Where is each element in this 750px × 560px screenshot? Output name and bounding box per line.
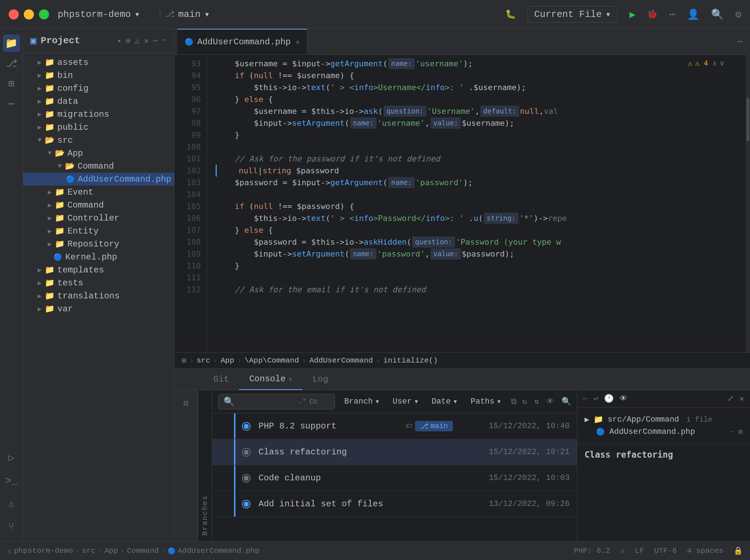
sidebar-item-templates[interactable]: ▶ 📁 templates [23, 263, 174, 276]
code-editor[interactable]: 93 94 95 96 97 98 99 100 101 102 103 104… [175, 55, 750, 352]
filter-paths[interactable]: Paths ▾ [467, 395, 505, 408]
activity-git[interactable]: ⎇ [3, 55, 20, 72]
activity-git-bottom[interactable]: ⑂ [3, 518, 20, 535]
sidebar-item-data[interactable]: ▶ 📁 data [23, 95, 174, 108]
sidebar-item-var[interactable]: ▶ 📁 var [23, 302, 174, 315]
sidebar-item-entity[interactable]: ▶ 📁 Entity [23, 225, 174, 237]
sidebar-item-kernel[interactable]: 🔵 Kernel.php [23, 250, 174, 263]
panel-tab-log[interactable]: Log [303, 369, 338, 390]
fetch-icon[interactable]: ⇅ [534, 397, 539, 406]
breadcrumb-app[interactable]: App [221, 356, 234, 365]
current-file-button[interactable]: Current File ▾ [528, 6, 618, 23]
sidebar-item-command2[interactable]: ▶ 📁 Command [23, 199, 174, 212]
search-icon[interactable]: 🔍 [711, 8, 724, 21]
code-line-95: $this->io->text(' > <info>Username</info… [216, 81, 746, 93]
debug-run-icon[interactable]: 🐞 [647, 9, 658, 19]
sidebar-item-repository[interactable]: ▶ 📁 Repository [23, 237, 174, 250]
more-icon[interactable]: ⋯ [669, 8, 675, 21]
debug-icon[interactable]: 🐛 [505, 9, 516, 19]
chevron-right-icon: ▶ [36, 98, 43, 105]
commit-row[interactable]: Code cleanup 15/12/2022, 10:03 [212, 465, 577, 491]
filter-user[interactable]: User ▾ [389, 395, 422, 408]
commit-row[interactable]: PHP 8.2 support 🏷 ⎇ main 15/12/2022, 10:… [212, 413, 577, 439]
panel-left: ⊟ Branches [175, 390, 212, 541]
minimize-panel-icon[interactable]: − [162, 36, 167, 46]
close-icon[interactable]: ✕ [740, 394, 744, 404]
account-icon[interactable]: 👤 [687, 8, 700, 21]
refresh-icon[interactable]: ↻ [522, 397, 527, 406]
activity-run[interactable]: ▷ [3, 449, 20, 466]
statusbar-language[interactable]: PHP: 8.2 [574, 546, 610, 555]
minimize-button[interactable] [24, 9, 34, 19]
search-input[interactable] [237, 397, 295, 406]
breadcrumb-src[interactable]: src [197, 356, 210, 365]
activity-terminal[interactable]: >_ [3, 472, 20, 489]
statusbar-indent[interactable]: 4 spaces [687, 546, 723, 555]
run-icon[interactable]: ▶ [629, 8, 635, 21]
find-icon[interactable]: 🔍 [561, 397, 571, 406]
branch-selector[interactable]: ⎇ main ▾ [166, 9, 210, 20]
panel-tab-console[interactable]: Console ✕ [239, 369, 303, 390]
filter-branch[interactable]: Branch ▾ [341, 395, 383, 408]
console-close-icon[interactable]: ✕ [288, 375, 292, 383]
history-icon[interactable]: 🕐 [604, 394, 614, 404]
statusbar-encoding[interactable]: UTF-8 [654, 546, 677, 555]
sidebar-item-public[interactable]: ▶ 📁 public [23, 121, 174, 134]
code-line-97: $username = $this->io->ask( question: 'U… [216, 105, 746, 117]
sidebar-item-assets[interactable]: ▶ 📁 assets [23, 56, 174, 69]
back-icon[interactable]: ← [583, 394, 588, 403]
breadcrumb-command[interactable]: \App\Command [244, 356, 299, 365]
view-icon[interactable]: 👁 [619, 394, 627, 404]
sidebar-item-tests[interactable]: ▶ 📁 tests [23, 276, 174, 289]
toggle-expand-icon[interactable]: ⊟ [179, 396, 193, 410]
statusbar-warning[interactable]: ⚠ [620, 546, 625, 555]
new-file-icon[interactable]: ⊕ [126, 36, 131, 46]
vertical-scrollbar[interactable] [746, 55, 750, 352]
settings-icon[interactable]: ⚙ [735, 8, 741, 21]
statusbar-project[interactable]: ⚠ phpstorm-demo › src › App › Command › … [7, 546, 260, 555]
editor-tab-addusercommand[interactable]: 🔵 AddUserCommand.php ✕ [177, 29, 307, 54]
breadcrumb-class[interactable]: AddUserCommand [309, 356, 373, 365]
regex-icon[interactable]: .* [298, 397, 306, 406]
case-icon[interactable]: Cc [309, 397, 318, 406]
sidebar-item-translations[interactable]: ▶ 📁 translations [23, 289, 174, 302]
search-box[interactable]: 🔍 .* Cc [218, 394, 335, 409]
close-button[interactable] [9, 9, 19, 19]
collapse-icon[interactable]: △ [135, 36, 140, 46]
undo-icon[interactable]: ↩ [594, 394, 598, 404]
sidebar-item-app[interactable]: ▼ 📂 App [23, 147, 174, 160]
commit-row[interactable]: Add initial set of files 13/12/2022, 09:… [212, 491, 577, 517]
detail-folder[interactable]: ▶ 📁 src/App/Command 1 file [584, 413, 743, 426]
code-content[interactable]: ⚠ ⚠ 4 ∧ ∨ $username = $input->getArgumen… [207, 55, 746, 352]
sidebar-item-command-parent[interactable]: ▼ 📂 Command [23, 160, 174, 173]
detail-file[interactable]: 🔵 AddUserCommand.php - m [584, 426, 743, 438]
tab-close-icon[interactable]: ✕ [296, 38, 300, 46]
close-panel-icon[interactable]: ✕ [144, 36, 149, 46]
expand-icon[interactable]: ⤢ [727, 394, 734, 404]
filter-date[interactable]: Date ▾ [428, 395, 461, 408]
project-name[interactable]: phpstorm-demo ▾ [58, 9, 140, 20]
sidebar-item-event[interactable]: ▶ 📁 Event [23, 186, 174, 199]
activity-layout[interactable]: ⊞ [3, 75, 20, 92]
sidebar-item-addusercommand[interactable]: 🔵 AddUserCommand.php [23, 173, 174, 186]
sidebar-item-controller[interactable]: ▶ 📁 Controller [23, 212, 174, 225]
activity-problems[interactable]: ⚠ [3, 495, 20, 512]
scrollbar-thumb[interactable] [746, 98, 749, 141]
sidebar-item-config[interactable]: ▶ 📁 config [23, 82, 174, 95]
sidebar-item-bin[interactable]: ▶ 📁 bin [23, 69, 174, 82]
sidebar-item-migrations[interactable]: ▶ 📁 migrations [23, 108, 174, 121]
eye-icon[interactable]: 👁 [546, 397, 554, 406]
more-actions-icon[interactable]: ⋯ [153, 36, 158, 46]
breadcrumb-method[interactable]: initialize() [383, 356, 438, 365]
maximize-button[interactable] [39, 9, 49, 19]
sidebar-item-src[interactable]: ▼ 📂 src [23, 134, 174, 147]
activity-more[interactable]: ⋯ [3, 95, 20, 112]
activity-explorer[interactable]: 📁 [3, 35, 20, 52]
new-tab-icon[interactable]: ⧉ [511, 397, 517, 406]
statusbar-line-ending[interactable]: LF [635, 546, 644, 555]
panel-tab-git[interactable]: Git [203, 369, 239, 390]
tab-more-button[interactable]: ⋯ [731, 36, 750, 47]
commit-row[interactable]: Class refactoring 15/12/2022, 10:21 [212, 439, 577, 465]
code-line-111 [216, 272, 746, 284]
git-log: 🔍 .* Cc Branch ▾ User [212, 390, 577, 541]
